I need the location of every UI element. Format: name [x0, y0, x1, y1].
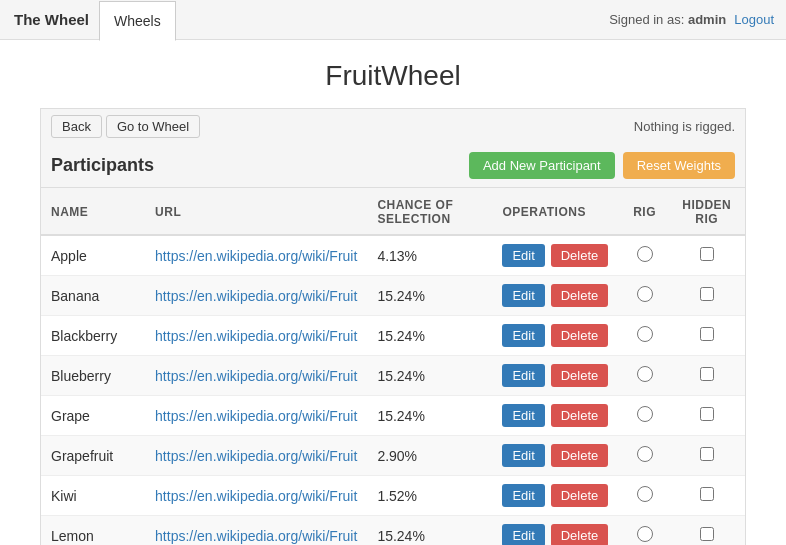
rig-radio[interactable]: [637, 326, 653, 342]
hidden-rig-checkbox[interactable]: [700, 407, 714, 421]
main-content: FruitWheel Back Go to Wheel Nothing is r…: [0, 40, 786, 545]
col-header-name: NAME: [41, 188, 145, 235]
participants-table-container: NAME URL CHANCE OF SELECTION OPERATIONS …: [40, 187, 746, 545]
participant-url[interactable]: https://en.wikipedia.org/wiki/Fruit: [145, 276, 367, 316]
participant-hidden-rig[interactable]: [668, 235, 745, 276]
participant-url[interactable]: https://en.wikipedia.org/wiki/Fruit: [145, 316, 367, 356]
participants-actions: Add New Participant Reset Weights: [469, 152, 735, 179]
participant-url[interactable]: https://en.wikipedia.org/wiki/Fruit: [145, 436, 367, 476]
url-link[interactable]: https://en.wikipedia.org/wiki/Fruit: [155, 248, 357, 264]
edit-button[interactable]: Edit: [502, 444, 544, 467]
hidden-rig-checkbox[interactable]: [700, 247, 714, 261]
col-header-ops: OPERATIONS: [492, 188, 620, 235]
navbar-left: The Wheel Wheels: [12, 0, 176, 40]
participant-hidden-rig[interactable]: [668, 436, 745, 476]
participant-chance: 15.24%: [367, 356, 492, 396]
participant-hidden-rig[interactable]: [668, 516, 745, 546]
wheels-tab[interactable]: Wheels: [99, 1, 176, 41]
toolbar-left: Back Go to Wheel: [51, 115, 200, 138]
delete-button[interactable]: Delete: [551, 484, 609, 507]
rig-radio[interactable]: [637, 446, 653, 462]
participant-rig[interactable]: [621, 436, 669, 476]
table-body: Apple https://en.wikipedia.org/wiki/Frui…: [41, 235, 745, 545]
hidden-rig-checkbox[interactable]: [700, 287, 714, 301]
hidden-rig-checkbox[interactable]: [700, 367, 714, 381]
delete-button[interactable]: Delete: [551, 524, 609, 545]
hidden-rig-checkbox[interactable]: [700, 527, 714, 541]
participant-operations: Edit Delete: [492, 276, 620, 316]
url-link[interactable]: https://en.wikipedia.org/wiki/Fruit: [155, 488, 357, 504]
participant-url[interactable]: https://en.wikipedia.org/wiki/Fruit: [145, 396, 367, 436]
edit-button[interactable]: Edit: [502, 244, 544, 267]
navbar-right: Signed in as: admin Logout: [609, 12, 774, 27]
participant-rig[interactable]: [621, 516, 669, 546]
hidden-rig-checkbox[interactable]: [700, 487, 714, 501]
edit-button[interactable]: Edit: [502, 364, 544, 387]
participant-hidden-rig[interactable]: [668, 476, 745, 516]
participant-url[interactable]: https://en.wikipedia.org/wiki/Fruit: [145, 476, 367, 516]
participant-rig[interactable]: [621, 316, 669, 356]
col-header-chance: CHANCE OF SELECTION: [367, 188, 492, 235]
rig-radio[interactable]: [637, 286, 653, 302]
url-link[interactable]: https://en.wikipedia.org/wiki/Fruit: [155, 408, 357, 424]
rig-radio[interactable]: [637, 406, 653, 422]
participant-name: Apple: [41, 235, 145, 276]
participant-operations: Edit Delete: [492, 516, 620, 546]
url-link[interactable]: https://en.wikipedia.org/wiki/Fruit: [155, 528, 357, 544]
add-participant-button[interactable]: Add New Participant: [469, 152, 615, 179]
table-header: NAME URL CHANCE OF SELECTION OPERATIONS …: [41, 188, 745, 235]
participant-operations: Edit Delete: [492, 356, 620, 396]
rig-radio[interactable]: [637, 526, 653, 542]
delete-button[interactable]: Delete: [551, 324, 609, 347]
rig-radio[interactable]: [637, 486, 653, 502]
rig-radio[interactable]: [637, 366, 653, 382]
participant-rig[interactable]: [621, 356, 669, 396]
reset-weights-button[interactable]: Reset Weights: [623, 152, 735, 179]
url-link[interactable]: https://en.wikipedia.org/wiki/Fruit: [155, 368, 357, 384]
table-row: Grapefruit https://en.wikipedia.org/wiki…: [41, 436, 745, 476]
participant-name: Blackberry: [41, 316, 145, 356]
edit-button[interactable]: Edit: [502, 284, 544, 307]
participant-operations: Edit Delete: [492, 476, 620, 516]
delete-button[interactable]: Delete: [551, 404, 609, 427]
participant-rig[interactable]: [621, 235, 669, 276]
table-row: Banana https://en.wikipedia.org/wiki/Fru…: [41, 276, 745, 316]
delete-button[interactable]: Delete: [551, 364, 609, 387]
username: admin: [688, 12, 726, 27]
rig-radio[interactable]: [637, 246, 653, 262]
logout-link[interactable]: Logout: [734, 12, 774, 27]
col-header-rig: RIG: [621, 188, 669, 235]
edit-button[interactable]: Edit: [502, 524, 544, 545]
table-row: Kiwi https://en.wikipedia.org/wiki/Fruit…: [41, 476, 745, 516]
participant-rig[interactable]: [621, 396, 669, 436]
url-link[interactable]: https://en.wikipedia.org/wiki/Fruit: [155, 288, 357, 304]
url-link[interactable]: https://en.wikipedia.org/wiki/Fruit: [155, 448, 357, 464]
participant-hidden-rig[interactable]: [668, 316, 745, 356]
hidden-rig-checkbox[interactable]: [700, 447, 714, 461]
participant-name: Lemon: [41, 516, 145, 546]
participant-chance: 15.24%: [367, 396, 492, 436]
edit-button[interactable]: Edit: [502, 484, 544, 507]
delete-button[interactable]: Delete: [551, 444, 609, 467]
participant-hidden-rig[interactable]: [668, 396, 745, 436]
delete-button[interactable]: Delete: [551, 244, 609, 267]
participant-url[interactable]: https://en.wikipedia.org/wiki/Fruit: [145, 235, 367, 276]
participant-hidden-rig[interactable]: [668, 276, 745, 316]
back-button[interactable]: Back: [51, 115, 102, 138]
participant-name: Grapefruit: [41, 436, 145, 476]
url-link[interactable]: https://en.wikipedia.org/wiki/Fruit: [155, 328, 357, 344]
go-to-wheel-button[interactable]: Go to Wheel: [106, 115, 200, 138]
col-header-url: URL: [145, 188, 367, 235]
delete-button[interactable]: Delete: [551, 284, 609, 307]
participant-rig[interactable]: [621, 476, 669, 516]
participant-rig[interactable]: [621, 276, 669, 316]
participant-url[interactable]: https://en.wikipedia.org/wiki/Fruit: [145, 356, 367, 396]
edit-button[interactable]: Edit: [502, 404, 544, 427]
hidden-rig-checkbox[interactable]: [700, 327, 714, 341]
participant-hidden-rig[interactable]: [668, 356, 745, 396]
participant-url[interactable]: https://en.wikipedia.org/wiki/Fruit: [145, 516, 367, 546]
edit-button[interactable]: Edit: [502, 324, 544, 347]
brand-link[interactable]: The Wheel: [12, 0, 99, 40]
participant-operations: Edit Delete: [492, 396, 620, 436]
participant-chance: 1.52%: [367, 476, 492, 516]
